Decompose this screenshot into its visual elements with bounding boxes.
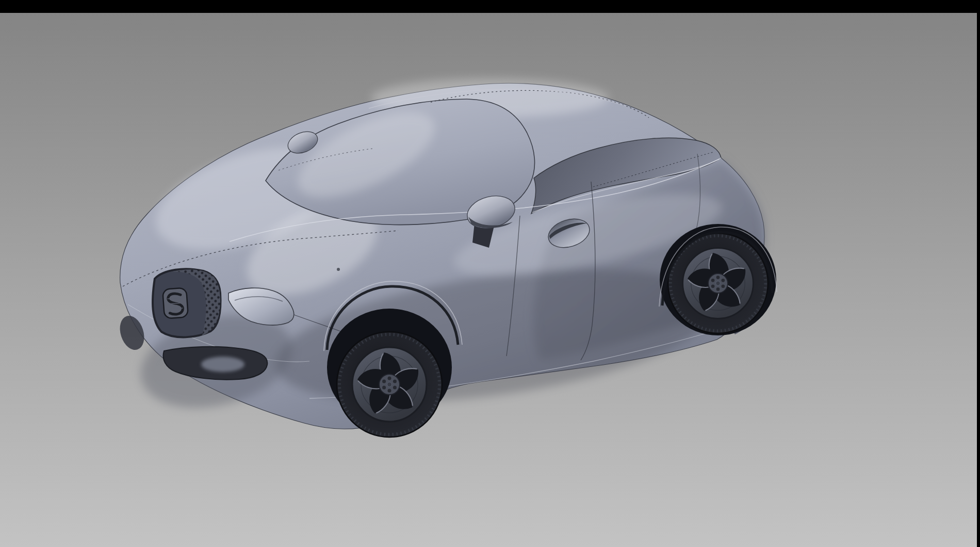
front-grille: [153, 269, 220, 337]
car-model-render: [0, 13, 977, 547]
front-wheel: [337, 332, 442, 437]
right-letterbox-bar: [977, 0, 980, 547]
hood-washer-nozzle: [337, 268, 340, 271]
top-letterbox-bar: [0, 0, 980, 13]
3d-viewport[interactable]: [0, 13, 977, 547]
seat-badge: [162, 287, 188, 318]
